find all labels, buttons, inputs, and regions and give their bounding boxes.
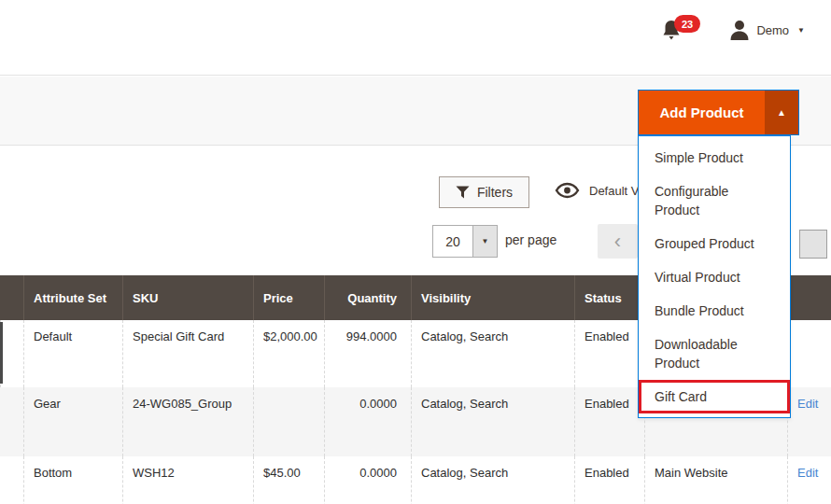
cell-visibility: Catalog, Search xyxy=(411,320,574,387)
chevron-down-icon: ▼ xyxy=(482,237,489,245)
admin-products-page: 23 Demo ▼ Add Product ▲ Filters xyxy=(0,0,831,504)
product-thumbnail-edge xyxy=(0,322,3,384)
filters-button[interactable]: Filters xyxy=(439,176,529,208)
cell-price xyxy=(253,387,324,456)
cell-price: $45.00 xyxy=(253,456,324,504)
column-header-sku[interactable]: SKU xyxy=(122,275,253,320)
next-page-button[interactable] xyxy=(799,230,827,259)
column-header-status[interactable]: Status xyxy=(574,275,644,320)
menu-item-downloadable-product[interactable]: Downloadable Product xyxy=(639,328,790,380)
cell-visibility: Catalog, Search xyxy=(411,387,574,456)
menu-item-gift-card[interactable]: Gift Card xyxy=(639,380,790,413)
edit-link[interactable]: Edit xyxy=(787,387,831,456)
cell-quantity: 994.0000 xyxy=(324,320,411,387)
table-row[interactable]: Bottom WSH12 $45.00 0.0000 Catalog, Sear… xyxy=(0,456,831,504)
chevron-down-icon: ▼ xyxy=(797,26,805,35)
cell-attribute-set: Bottom xyxy=(23,456,122,504)
notification-count-badge: 23 xyxy=(674,15,700,33)
chevron-left-icon: ‹ xyxy=(614,230,621,254)
per-page-label: per page xyxy=(505,232,556,247)
column-header-action[interactable] xyxy=(787,275,831,320)
cell-status: Enabled xyxy=(574,387,644,456)
menu-item-virtual-product[interactable]: Virtual Product xyxy=(639,260,790,294)
per-page-value: 20 xyxy=(433,226,472,257)
chevron-up-icon: ▲ xyxy=(777,107,786,118)
column-header-attribute-set[interactable]: Attribute Set xyxy=(23,275,122,320)
per-page-select[interactable]: 20 ▼ xyxy=(432,225,498,258)
add-product-button[interactable]: Add Product xyxy=(639,91,765,134)
cell-price: $2,000.00 xyxy=(253,320,324,387)
column-header-quantity[interactable]: Quantity xyxy=(324,275,411,320)
username-label: Demo xyxy=(756,23,789,37)
previous-page-button[interactable]: ‹ xyxy=(598,224,638,259)
filters-label: Filters xyxy=(477,185,513,200)
cell-visibility: Catalog, Search xyxy=(411,456,574,504)
admin-header-bar: 23 Demo ▼ xyxy=(0,0,831,76)
menu-item-configurable-product[interactable]: Configurable Product xyxy=(639,175,790,227)
cell-status: Enabled xyxy=(574,456,644,504)
add-product-dropdown: Simple Product Configurable Product Grou… xyxy=(638,135,791,418)
cell-attribute-set: Default xyxy=(23,320,122,387)
cell-websites: Main Website xyxy=(644,456,787,504)
per-page-toggle[interactable]: ▼ xyxy=(472,226,497,257)
eye-icon xyxy=(555,181,580,200)
user-menu[interactable]: Demo ▼ xyxy=(729,19,805,41)
add-product-split-button: Add Product ▲ xyxy=(638,90,799,135)
cell-quantity: 0.0000 xyxy=(324,387,411,456)
menu-item-grouped-product[interactable]: Grouped Product xyxy=(639,227,790,260)
filter-funnel-icon xyxy=(456,186,470,199)
edit-link[interactable]: Edit xyxy=(787,456,831,504)
menu-item-simple-product[interactable]: Simple Product xyxy=(639,141,790,175)
column-header-price[interactable]: Price xyxy=(253,275,324,320)
column-header-select[interactable] xyxy=(0,275,23,320)
cell-action xyxy=(787,320,831,387)
cell-sku: Special Gift Card xyxy=(122,320,253,387)
menu-item-bundle-product[interactable]: Bundle Product xyxy=(639,294,790,328)
add-product-toggle-button[interactable]: ▲ xyxy=(765,91,798,134)
cell-sku: 24-WG085_Group xyxy=(122,387,253,456)
cell-attribute-set: Gear xyxy=(23,387,122,456)
user-avatar-icon xyxy=(729,19,750,41)
cell-sku: WSH12 xyxy=(122,456,253,504)
cell-quantity: 0.0000 xyxy=(324,456,411,504)
notifications-button[interactable]: 23 xyxy=(661,19,702,47)
cell-status: Enabled xyxy=(574,320,644,387)
column-header-visibility[interactable]: Visibility xyxy=(411,275,574,320)
